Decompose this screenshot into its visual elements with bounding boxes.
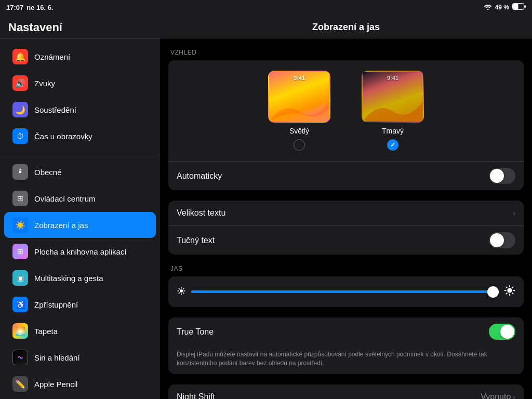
sidebar-item-siri[interactable]: Siri a hledání <box>4 344 156 370</box>
cas-label: Čas u obrazovky <box>34 132 92 141</box>
sidebar-section-2: Obecné ⊞ Ovládací centrum ☀️ Zobrazení a… <box>0 154 160 399</box>
tucny-text-row: Tučný text <box>168 225 524 255</box>
theme-time-light: 9:41 <box>294 75 305 81</box>
wifi-icon <box>484 4 492 11</box>
automaticky-label: Automaticky <box>177 171 222 181</box>
vzhled-card: 9:41 Světlý 9:41 <box>168 60 524 190</box>
status-time: 17:07 <box>6 4 23 11</box>
text-card: Velikost textu › Tučný text <box>168 201 524 255</box>
battery-icon <box>512 3 526 11</box>
night-shift-value: Vypnuto › <box>481 392 515 399</box>
svg-line-20 <box>506 287 508 288</box>
chevron-icon: › <box>513 209 515 217</box>
true-tone-label: True Tone <box>177 327 214 337</box>
siri-label: Siri a hledání <box>34 353 80 362</box>
svg-line-14 <box>183 288 184 289</box>
multitasking-icon: ▣ <box>12 270 28 286</box>
velikost-textu-value: › <box>513 209 515 217</box>
night-shift-section[interactable]: Night Shift Vypnuto › <box>168 384 524 399</box>
theme-time-dark: 9:41 <box>387 75 398 81</box>
sidebar-section-1: 🔔 Oznámení 🔊 Zvuky 🌙 Soustředění ⏱ Čas u… <box>0 39 160 154</box>
brightness-thumb[interactable] <box>487 286 499 298</box>
tapeta-icon: 🌅 <box>12 323 28 339</box>
night-shift-status: Vypnuto <box>481 392 511 399</box>
content-title: Zobrazení a jas <box>160 15 532 38</box>
svg-line-21 <box>512 292 513 294</box>
svg-point-0 <box>487 9 488 10</box>
zpristupneni-icon: ♿ <box>12 297 28 312</box>
obecne-icon <box>12 164 28 180</box>
sidebar-title: Nastavení <box>0 15 160 39</box>
theme-name-dark: Tmavý <box>382 127 404 135</box>
sidebar-item-tapeta[interactable]: 🌅 Tapeta <box>4 318 156 344</box>
tapeta-label: Tapeta <box>34 327 58 336</box>
theme-option-svetly[interactable]: 9:41 Světlý <box>268 71 330 151</box>
sidebar-item-apple-pencil[interactable]: ✏️ Apple Pencil <box>4 371 156 397</box>
theme-preview-light: 9:41 <box>268 71 330 123</box>
svg-line-23 <box>512 287 513 288</box>
cas-icon: ⏱ <box>12 128 28 144</box>
zpristupneni-label: Zpřístupnění <box>34 300 78 309</box>
theme-option-tmavy[interactable]: 9:41 Tmavý <box>362 71 424 151</box>
sidebar-item-zpristupneni[interactable]: ♿ Zpřístupnění <box>4 291 156 317</box>
theme-name-light: Světlý <box>289 127 309 135</box>
zobrazeni-label: Zobrazení a jas <box>34 221 88 230</box>
status-bar-left: 17:07 ne 16. 6. <box>6 4 54 11</box>
svg-line-13 <box>179 292 180 294</box>
vzhled-label: VZHLED <box>168 49 524 56</box>
oznameni-icon: 🔔 <box>12 49 28 64</box>
sidebar-item-ovladaci-centrum[interactable]: ⊞ Ovládací centrum <box>4 185 156 211</box>
sidebar-item-soustredeni[interactable]: 🌙 Soustředění <box>4 97 156 123</box>
true-tone-desc: Displej iPadu můžete nastavit na automat… <box>168 346 524 374</box>
sidebar: Nastavení 🔔 Oznámení 🔊 Zvuky 🌙 Soustředě… <box>0 15 160 399</box>
sidebar-item-multitasking[interactable]: ▣ Multitasking a gesta <box>4 265 156 291</box>
sidebar-item-obecne[interactable]: Obecné <box>4 159 156 185</box>
main-container: Nastavení 🔔 Oznámení 🔊 Zvuky 🌙 Soustředě… <box>0 15 532 399</box>
true-tone-toggle[interactable] <box>489 324 515 340</box>
soustredeni-icon: 🌙 <box>12 102 28 117</box>
zobrazeni-icon: ☀️ <box>12 217 28 233</box>
brightness-section <box>168 276 524 307</box>
apple-pencil-icon: ✏️ <box>12 376 28 392</box>
theme-selector: 9:41 Světlý 9:41 <box>168 60 524 161</box>
sidebar-scroll[interactable]: 🔔 Oznámení 🔊 Zvuky 🌙 Soustředění ⏱ Čas u… <box>0 39 160 399</box>
sidebar-item-cas-u-obrazovky[interactable]: ⏱ Čas u obrazovky <box>4 123 156 149</box>
content-area[interactable]: Zobrazení a jas VZHLED 9:41 <box>160 15 532 399</box>
automaticky-toggle-knob <box>490 169 504 183</box>
brightness-track[interactable] <box>191 290 499 293</box>
true-tone-knob <box>500 325 514 339</box>
ovladaci-label: Ovládací centrum <box>34 194 96 203</box>
soustredeni-label: Soustředění <box>34 105 76 114</box>
sun-large-icon <box>504 285 515 299</box>
content-body: VZHLED 9:41 Světlý <box>160 38 532 399</box>
ovladaci-icon: ⊞ <box>12 191 28 206</box>
brightness-slider-container <box>177 285 515 299</box>
night-shift-label: Night Shift <box>177 392 215 399</box>
automaticky-toggle[interactable] <box>489 168 515 184</box>
theme-preview-dark: 9:41 <box>362 71 424 123</box>
svg-rect-3 <box>524 5 526 8</box>
battery-text: 49 % <box>495 4 509 11</box>
velikost-textu-label: Velikost textu <box>177 208 225 218</box>
sun-small-icon <box>177 286 186 298</box>
siri-icon <box>12 350 28 365</box>
tucny-text-toggle[interactable] <box>489 232 515 248</box>
automaticky-row: Automaticky <box>168 161 524 190</box>
sidebar-item-plocha[interactable]: ⊞ Plocha a knihovna aplikací <box>4 238 156 264</box>
velikost-textu-row[interactable]: Velikost textu › <box>168 201 524 225</box>
zvuky-icon: 🔊 <box>12 75 28 91</box>
plocha-icon: ⊞ <box>12 244 28 259</box>
theme-radio-dark[interactable] <box>387 139 398 151</box>
theme-radio-light[interactable] <box>294 139 305 151</box>
status-bar: 17:07 ne 16. 6. 49 % <box>0 0 532 15</box>
sidebar-item-zvuky[interactable]: 🔊 Zvuky <box>4 70 156 96</box>
svg-line-12 <box>183 292 184 294</box>
night-shift-row[interactable]: Night Shift Vypnuto › <box>168 384 524 399</box>
status-bar-right: 49 % <box>484 3 526 11</box>
svg-point-4 <box>19 171 22 174</box>
jas-label: JAS <box>168 265 524 272</box>
sidebar-item-zobrazeni-a-jas[interactable]: ☀️ Zobrazení a jas <box>4 212 156 238</box>
svg-point-15 <box>507 288 512 292</box>
sidebar-item-oznameni[interactable]: 🔔 Oznámení <box>4 44 156 70</box>
tucny-text-label: Tučný text <box>177 236 215 245</box>
